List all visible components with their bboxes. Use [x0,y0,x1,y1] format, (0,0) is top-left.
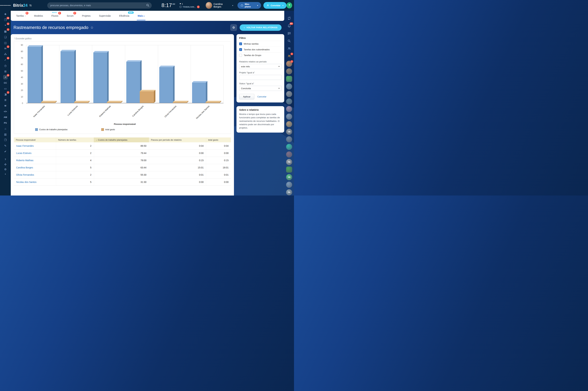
sidebar-item-tasks[interactable]: ✓8 [0,57,11,63]
tab-supervisao[interactable]: Supervisão [99,13,111,19]
back-to-reports-button[interactable]: ‹ VOLTAR PARA RELATÓRIOS [240,24,282,31]
rail-avatar[interactable] [286,151,292,158]
rail-avatar[interactable] [286,98,292,105]
tab-tarefas[interactable]: Tarefas› 8 [16,13,26,19]
filter-checkbox-row[interactable]: ✓Tarefas dos subordinados [239,47,282,52]
rail-sync-icon[interactable] [286,15,292,21]
sidebar-item-drive[interactable]: ◫ [0,40,11,46]
sidebar-item-time[interactable]: ◷ [0,63,11,69]
checkbox-checked[interactable]: ✓ [239,42,242,45]
sidebar-item-cc[interactable]: CC [0,80,11,86]
rail-avatar[interactable] [286,76,292,82]
sidebar-item-marketing[interactable]: M [0,103,11,109]
sidebar-item-contact-center[interactable]: ▭ [0,86,11,92]
sidebar-item-settings[interactable]: ⚙ [0,167,11,172]
rail-avatar[interactable] [286,144,292,150]
filter-checkbox-row[interactable]: ✓Minhas tarefas [239,41,282,47]
rail-avatar[interactable] [286,166,292,173]
rail-avatar[interactable] [286,68,292,75]
column-header[interactable]: total gasto [206,137,231,142]
rail-avatar[interactable]: 1 [286,61,292,67]
bar-planned-1[interactable] [61,51,74,103]
rail-avatar[interactable]: PB [286,159,292,165]
sidebar-item-feed[interactable]: ❖ [0,11,11,17]
period-select[interactable]: este mês [239,64,282,69]
checkbox-unchecked[interactable] [239,54,242,57]
sidebar-item-sites[interactable]: ⊞ [0,69,11,74]
sidebar-item-add[interactable]: + [0,172,11,177]
bar-planned-4[interactable] [159,67,173,103]
apply-button[interactable]: Aplicar [239,94,254,99]
person-link[interactable]: Olívia Fernandos [16,174,34,176]
sidebar-item-messenger[interactable]: ❝2 [0,23,11,29]
rail-chat-icon[interactable] [286,30,292,37]
rail-bell-icon[interactable]: 99+ [286,23,292,29]
bar-planned-2[interactable] [93,53,107,103]
tab-eficiencia[interactable]: Eficiência 63% [119,13,130,19]
invite-button[interactable]: Convidar ▾ [263,2,286,9]
rail-avatar[interactable]: VB [286,128,292,135]
column-header[interactable]: ↓Custos de trabalho planejadas [94,137,149,142]
rail-people-icon[interactable]: 1 [286,53,292,59]
sidebar-item-sign[interactable]: ✎ [0,143,11,149]
work-clock[interactable]: 8:17 AM [162,2,175,8]
sidebar-item-calendar[interactable]: ▦1 [0,29,11,34]
sidebar-item-apps[interactable]: ✣ [0,162,11,167]
tab-mais[interactable]: Mais▾ [137,13,145,19]
help-button[interactable]: ? [286,2,292,8]
sidebar-item-am[interactable]: AM [0,114,11,120]
bar-planned-3[interactable] [126,62,140,103]
bar-spent-5[interactable] [206,102,220,103]
rail-avatar[interactable] [286,136,292,142]
bar-spent-0[interactable] [41,102,55,103]
sidebar-item-forms[interactable]: ❒ [0,137,11,143]
bar-planned-5[interactable] [192,83,206,103]
column-header[interactable]: Passou por período de relatório [149,137,206,142]
sidebar-item-mail[interactable]: ✉2 [0,46,11,51]
rail-people-icon[interactable] [286,45,292,52]
person-link[interactable]: Isaac Fernandes [16,145,34,147]
hide-chart-link[interactable]: ^ Esconder gráfico [14,37,31,40]
sidebar-item-groups[interactable]: ⁂ [0,51,11,57]
rail-avatar[interactable]: PA [286,189,292,196]
sidebar-item-done[interactable]: ✔ [0,149,11,154]
person-link[interactable]: Lucas Esteves [16,152,31,154]
user-avatar[interactable] [206,2,212,9]
tab-projetos[interactable]: Projetos [82,13,91,19]
user-menu[interactable]: Carolina Borges ▾ [206,2,233,9]
sidebar-item-crm[interactable]: ↗8 [0,74,11,80]
column-header[interactable]: Pessoa responsável [14,137,56,142]
search-icon[interactable] [146,4,149,7]
person-link[interactable]: Carolina Borges [16,166,33,169]
filter-checkbox-row[interactable]: Tarefas do Grupo [239,52,282,58]
sidebar-item-market[interactable]: ◨1 [0,92,11,97]
my-plan-button[interactable]: Meu plano ▾ [238,2,261,9]
bar-planned-0[interactable] [28,47,41,103]
rail-avatar[interactable] [286,106,292,112]
hamburger-menu-icon[interactable] [0,0,11,11]
sidebar-item-documents[interactable]: ❏ [0,34,11,40]
tab-modelos[interactable]: Modelos [34,13,43,19]
flag-row[interactable]: ⚑ 1 [179,3,200,5]
bar-spent-1[interactable] [74,102,88,103]
rail-avatar[interactable] [286,182,292,188]
bar-spent-4[interactable] [173,102,187,103]
project-input[interactable] [239,75,282,80]
report-settings-button[interactable]: ⚙ [230,24,237,31]
status-select[interactable]: Concluída [239,86,282,91]
logo-settings-icon[interactable] [29,4,32,6]
rail-search-icon[interactable] [286,38,292,44]
sidebar-item-company[interactable]: ⌂ [0,126,11,132]
bar-spent-2[interactable] [107,102,121,103]
bar-spent-3[interactable] [140,91,154,103]
bitrix24-logo[interactable]: Bitrix24 [13,3,32,8]
favorite-star-icon[interactable]: ☆ [90,26,93,30]
sidebar-item-ps[interactable]: PS [0,120,11,126]
rail-avatar[interactable] [286,121,292,127]
sidebar-item-automation[interactable]: ≣ [0,97,11,103]
rail-avatar[interactable]: VB [286,174,292,180]
rail-avatar[interactable] [286,113,292,120]
sidebar-item-boards[interactable]: ❐19 [0,17,11,23]
sidebar-item-dev[interactable]: </> [0,109,11,114]
tab-fluxos[interactable]: NOVO Fluxos 2 [51,13,59,19]
